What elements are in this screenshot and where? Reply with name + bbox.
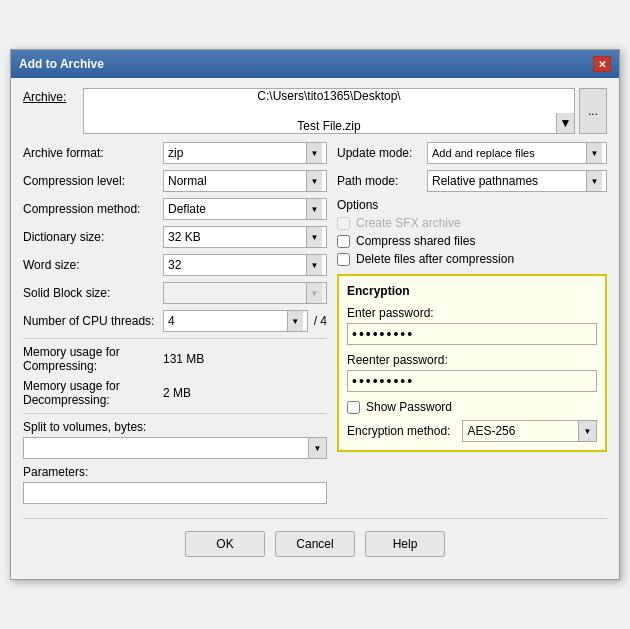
path-mode-arrow-icon: ▼	[586, 171, 602, 191]
compress-shared-label: Compress shared files	[356, 234, 475, 248]
title-bar: Add to Archive ✕	[11, 50, 619, 78]
cpu-row: Number of CPU threads: 4 ▼ / 4	[23, 310, 327, 332]
word-size-label: Word size:	[23, 258, 163, 272]
update-mode-arrow-icon: ▼	[586, 143, 602, 163]
right-panel: Update mode: Add and replace files ▼ Pat…	[337, 142, 607, 510]
delete-files-checkbox[interactable]	[337, 253, 350, 266]
cpu-arrow-icon: ▼	[287, 311, 303, 331]
compression-level-arrow-icon: ▼	[306, 171, 322, 191]
archive-dropdown-arrow[interactable]: ▼	[556, 113, 574, 133]
enc-method-arrow-icon[interactable]: ▼	[579, 420, 597, 442]
dictionary-size-dropdown[interactable]: 32 KB ▼	[163, 226, 327, 248]
memory-compress-row: Memory usage for Compressing: 131 MB	[23, 345, 327, 373]
update-mode-row: Update mode: Add and replace files ▼	[337, 142, 607, 164]
cpu-label: Number of CPU threads:	[23, 314, 163, 328]
delete-files-label: Delete files after compression	[356, 252, 514, 266]
split-row: Split to volumes, bytes: ▼	[23, 420, 327, 459]
word-size-dropdown[interactable]: 32 ▼	[163, 254, 327, 276]
archive-label: Archive:	[23, 88, 83, 104]
solid-block-label: Solid Block size:	[23, 286, 163, 300]
compression-method-dropdown[interactable]: Deflate ▼	[163, 198, 327, 220]
path-mode-label: Path mode:	[337, 174, 427, 188]
left-panel: Archive format: zip ▼ Compression level:…	[23, 142, 327, 510]
compression-method-arrow-icon: ▼	[306, 199, 322, 219]
ok-button[interactable]: OK	[185, 531, 265, 557]
dictionary-size-label: Dictionary size:	[23, 230, 163, 244]
reenter-password-label: Reenter password:	[347, 353, 597, 367]
show-password-checkbox[interactable]	[347, 401, 360, 414]
archive-path-display[interactable]: C:\Users\tito1365\Desktop\ Test File.zip…	[83, 88, 575, 134]
compression-level-row: Compression level: Normal ▼	[23, 170, 327, 192]
enc-method-row: Encryption method: AES-256 ▼	[347, 420, 597, 442]
split-input-group: ▼	[23, 437, 327, 459]
show-password-row: Show Password	[347, 400, 597, 414]
memory-decompress-value: 2 MB	[163, 386, 191, 400]
archive-input-group: C:\Users\tito1365\Desktop\ Test File.zip…	[83, 88, 607, 134]
title-bar-buttons: ✕	[593, 56, 611, 72]
archive-path-line1: C:\Users\tito1365\Desktop\	[257, 89, 400, 103]
enc-method-label: Encryption method:	[347, 424, 450, 438]
params-input[interactable]	[23, 482, 327, 504]
compress-shared-checkbox[interactable]	[337, 235, 350, 248]
separator-1	[23, 338, 327, 339]
path-mode-dropdown[interactable]: Relative pathnames ▼	[427, 170, 607, 192]
enter-password-label: Enter password:	[347, 306, 597, 320]
sfx-checkbox[interactable]	[337, 217, 350, 230]
solid-block-dropdown: ▼	[163, 282, 327, 304]
params-label: Parameters:	[23, 465, 327, 479]
encryption-title: Encryption	[347, 284, 597, 298]
options-title: Options	[337, 198, 607, 212]
format-row: Archive format: zip ▼	[23, 142, 327, 164]
format-dropdown[interactable]: zip ▼	[163, 142, 327, 164]
format-arrow-icon: ▼	[306, 143, 322, 163]
format-label: Archive format:	[23, 146, 163, 160]
dialog-title: Add to Archive	[19, 57, 104, 71]
update-mode-label: Update mode:	[337, 146, 427, 160]
dictionary-size-arrow-icon: ▼	[306, 227, 322, 247]
compression-method-row: Compression method: Deflate ▼	[23, 198, 327, 220]
memory-decompress-row: Memory usage for Decompressing: 2 MB	[23, 379, 327, 407]
browse-button[interactable]: ...	[579, 88, 607, 134]
cpu-dropdown[interactable]: 4 ▼	[163, 310, 308, 332]
reenter-password-input[interactable]	[347, 370, 597, 392]
main-content: Archive format: zip ▼ Compression level:…	[23, 142, 607, 510]
cancel-button[interactable]: Cancel	[275, 531, 355, 557]
sfx-option-item: Create SFX archive	[337, 216, 607, 230]
memory-decompress-label: Memory usage for Decompressing:	[23, 379, 163, 407]
params-row: Parameters:	[23, 465, 327, 504]
word-size-row: Word size: 32 ▼	[23, 254, 327, 276]
path-mode-row: Path mode: Relative pathnames ▼	[337, 170, 607, 192]
show-password-label: Show Password	[366, 400, 452, 414]
split-dropdown-arrow[interactable]: ▼	[309, 437, 327, 459]
archive-path-line2: Test File.zip	[297, 119, 360, 133]
enc-method-dropdown[interactable]: AES-256	[462, 420, 579, 442]
compress-shared-option-item: Compress shared files	[337, 234, 607, 248]
enter-password-input[interactable]	[347, 323, 597, 345]
dialog-body: Archive: C:\Users\tito1365\Desktop\ Test…	[11, 78, 619, 579]
delete-files-option-item: Delete files after compression	[337, 252, 607, 266]
solid-block-arrow-icon: ▼	[306, 283, 322, 303]
dictionary-size-row: Dictionary size: 32 KB ▼	[23, 226, 327, 248]
compression-level-label: Compression level:	[23, 174, 163, 188]
sfx-label: Create SFX archive	[356, 216, 461, 230]
cpu-max: / 4	[314, 314, 327, 328]
memory-compress-label: Memory usage for Compressing:	[23, 345, 163, 373]
solid-block-row: Solid Block size: ▼	[23, 282, 327, 304]
dialog-footer: OK Cancel Help	[23, 518, 607, 569]
archive-row: Archive: C:\Users\tito1365\Desktop\ Test…	[23, 88, 607, 134]
help-button[interactable]: Help	[365, 531, 445, 557]
options-group: Options Create SFX archive Compress shar…	[337, 198, 607, 266]
update-mode-dropdown[interactable]: Add and replace files ▼	[427, 142, 607, 164]
separator-2	[23, 413, 327, 414]
close-button[interactable]: ✕	[593, 56, 611, 72]
compression-method-label: Compression method:	[23, 202, 163, 216]
word-size-arrow-icon: ▼	[306, 255, 322, 275]
encryption-box: Encryption Enter password: Reenter passw…	[337, 274, 607, 452]
split-label: Split to volumes, bytes:	[23, 420, 327, 434]
memory-compress-value: 131 MB	[163, 352, 204, 366]
add-to-archive-dialog: Add to Archive ✕ Archive: C:\Users\tito1…	[10, 49, 620, 580]
compression-level-dropdown[interactable]: Normal ▼	[163, 170, 327, 192]
split-input[interactable]	[23, 437, 309, 459]
